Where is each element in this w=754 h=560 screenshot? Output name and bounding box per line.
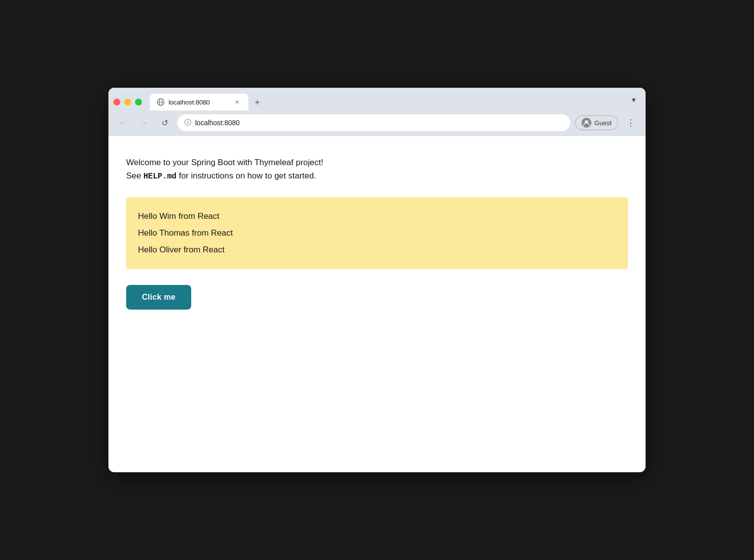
click-me-button[interactable]: Click me (126, 285, 191, 310)
tab-title: localhost:8080 (169, 99, 229, 106)
address-bar[interactable]: ⓘ localhost:8080 (177, 114, 570, 131)
browser-menu-button[interactable]: ⋮ (623, 115, 639, 131)
page-content: Welcome to your Spring Boot with Thymele… (108, 136, 646, 447)
close-window-button[interactable] (113, 99, 120, 105)
maximize-window-button[interactable] (135, 99, 142, 105)
globe-icon (157, 98, 165, 106)
address-text: localhost:8080 (195, 119, 240, 127)
hello-item-wim: Hello Wim from React (138, 208, 616, 225)
welcome-line2-prefix: See (126, 171, 143, 180)
browser-window: localhost:8080 × + ▾ ← → ↺ ⓘ localhost:8… (108, 88, 646, 472)
window-controls (113, 99, 142, 110)
address-info-icon: ⓘ (184, 118, 191, 127)
tab-bar-right: ▾ (627, 93, 641, 110)
hello-item-thomas: Hello Thomas from React (138, 225, 616, 242)
welcome-text: Welcome to your Spring Boot with Thymele… (126, 156, 628, 183)
minimize-window-button[interactable] (124, 99, 131, 105)
tab-dropdown-button[interactable]: ▾ (627, 93, 641, 106)
welcome-line2-mono: HELP.md (143, 172, 176, 181)
active-tab[interactable]: localhost:8080 × (150, 94, 248, 110)
welcome-line1: Welcome to your Spring Boot with Thymele… (126, 156, 628, 169)
reload-button[interactable]: ↺ (157, 115, 172, 131)
hello-item-oliver: Hello Oliver from React (138, 242, 616, 258)
back-button[interactable]: ← (115, 115, 131, 131)
new-tab-button[interactable]: + (250, 96, 264, 109)
address-bar-row: ← → ↺ ⓘ localhost:8080 Guest ⋮ (108, 110, 646, 136)
profile-label: Guest (594, 119, 612, 127)
close-tab-button[interactable]: × (233, 98, 241, 106)
forward-button[interactable]: → (136, 115, 152, 131)
welcome-line2-suffix: for instructions on how to get started. (176, 171, 316, 180)
tab-bar: localhost:8080 × + ▾ (108, 88, 646, 110)
profile-button[interactable]: Guest (575, 115, 618, 130)
hello-box: Hello Wim from React Hello Thomas from R… (126, 197, 628, 269)
browser-chrome: localhost:8080 × + ▾ ← → ↺ ⓘ localhost:8… (108, 88, 646, 136)
profile-icon (582, 118, 591, 128)
welcome-line2: See HELP.md for instructions on how to g… (126, 169, 628, 183)
